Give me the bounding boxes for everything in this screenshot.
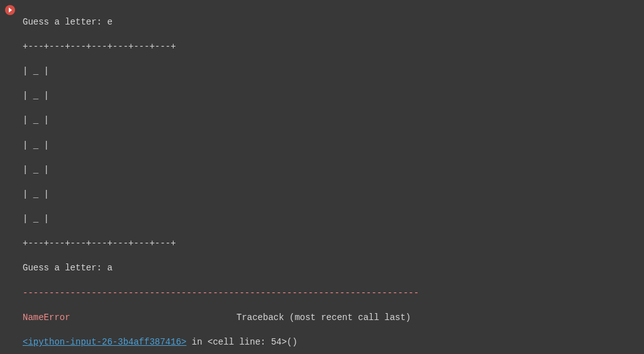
output-line: | _ | [23,189,638,201]
run-stop-icon[interactable] [5,5,15,15]
notebook-cell: Guess a letter: e +---+---+---+---+---+-… [0,0,644,354]
traceback-separator: ----------------------------------------… [23,287,638,300]
output-line: Guess a letter: e [23,16,638,29]
traceback-header: NameErrorTraceback (most recent call las… [23,312,638,324]
error-name: NameError [23,313,70,323]
output-line: | _ | [23,90,638,102]
output-line: +---+---+---+---+---+---+---+ [23,41,638,53]
output-line: | _ | [23,213,638,226]
text: <cell line: 54>() [208,337,297,347]
output-line: +---+---+---+---+---+---+---+ [23,238,638,250]
traceback-label: Traceback (most recent call last) [236,313,411,323]
output-line: | _ | [23,164,638,177]
output-line: Guess a letter: a [23,262,638,275]
text: in [186,337,208,347]
output-line: | _ | [23,140,638,152]
gutter [0,4,23,354]
ipython-input-link[interactable]: <ipython-input-26-3b4aff387416> [23,337,186,347]
output-line: | _ | [23,65,638,78]
traceback-frame-location: <ipython-input-26-3b4aff387416> in <cell… [23,336,638,349]
output-line: | _ | [23,114,638,127]
cell-output: Guess a letter: e +---+---+---+---+---+-… [23,4,644,354]
